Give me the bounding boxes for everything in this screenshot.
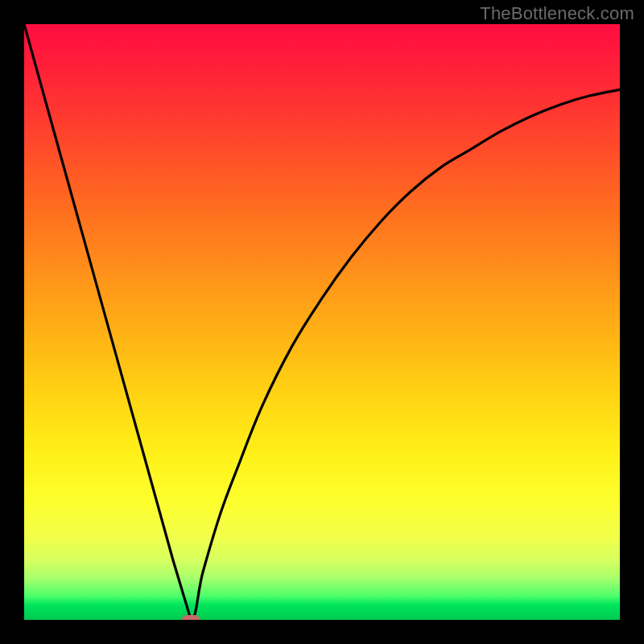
min-marker [182,615,200,620]
watermark-text: TheBottleneck.com [480,3,634,24]
chart-frame: TheBottleneck.com [0,0,644,644]
plot-area [24,24,620,620]
curve-path [24,24,620,620]
curve-svg [24,24,620,620]
